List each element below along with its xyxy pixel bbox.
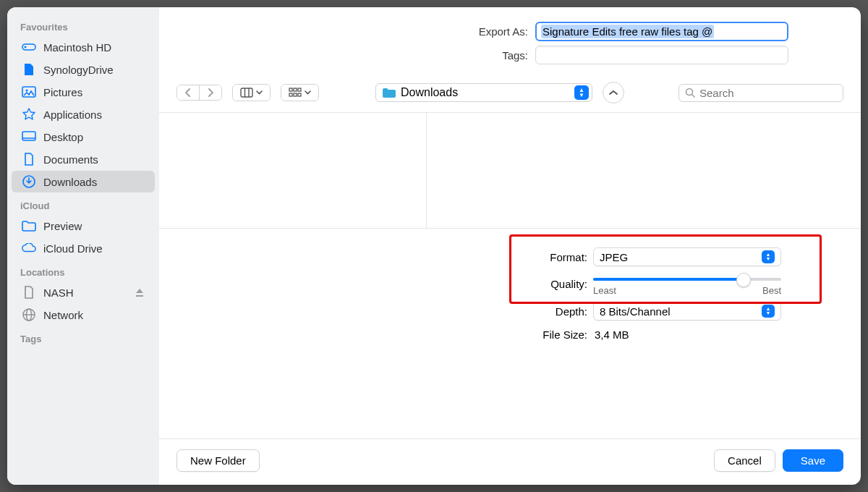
top-form: Export As: Signature Edits free raw file… bbox=[159, 7, 861, 76]
save-button[interactable]: Save bbox=[783, 449, 843, 472]
sidebar-item-preview[interactable]: Preview bbox=[12, 215, 155, 237]
search-input[interactable] bbox=[699, 87, 837, 99]
sidebar-item-label: Preview bbox=[43, 220, 82, 232]
folder-icon bbox=[382, 88, 396, 98]
stepper-icon: ▲▼ bbox=[574, 85, 589, 100]
network-icon bbox=[22, 308, 36, 321]
sidebar-item-downloads[interactable]: Downloads bbox=[12, 171, 155, 192]
search-field[interactable] bbox=[678, 84, 843, 102]
svg-rect-10 bbox=[241, 88, 252, 97]
disk-icon bbox=[22, 41, 36, 54]
pictures-icon bbox=[22, 85, 36, 98]
sidebar-item-documents[interactable]: Documents bbox=[12, 148, 155, 170]
columns-icon bbox=[240, 88, 253, 98]
format-select[interactable]: JPEG ▲▼ bbox=[593, 247, 781, 266]
slider-fill bbox=[593, 278, 740, 281]
svg-point-3 bbox=[25, 89, 27, 91]
sidebar-item-label: Macintosh HD bbox=[43, 41, 111, 54]
collapse-button[interactable] bbox=[603, 82, 624, 103]
sidebar-item-network[interactable]: Network bbox=[12, 304, 155, 326]
sidebar-item-label: Applications bbox=[43, 109, 102, 121]
desktop-icon bbox=[22, 130, 36, 143]
sidebar-item-label: SynologyDrive bbox=[43, 64, 114, 76]
depth-label: Depth: bbox=[159, 305, 593, 318]
export-dialog: Favourites Macintosh HD SynologyDrive Pi… bbox=[7, 7, 861, 485]
svg-rect-17 bbox=[294, 93, 297, 96]
sidebar-item-desktop[interactable]: Desktop bbox=[12, 126, 155, 148]
svg-line-20 bbox=[692, 95, 694, 97]
quality-best-label: Best bbox=[762, 285, 781, 296]
toolbar: Downloads ▲▼ bbox=[159, 76, 861, 113]
view-mode-button[interactable] bbox=[232, 84, 271, 101]
cloud-icon bbox=[22, 242, 36, 255]
depth-value: 8 Bits/Channel bbox=[600, 305, 671, 318]
cancel-button[interactable]: Cancel bbox=[714, 449, 775, 472]
svg-point-19 bbox=[686, 89, 693, 96]
quality-least-label: Least bbox=[593, 285, 616, 296]
file-browser[interactable] bbox=[159, 113, 861, 229]
downloads-icon bbox=[22, 175, 36, 188]
svg-rect-14 bbox=[294, 88, 297, 91]
sidebar-item-label: Downloads bbox=[43, 176, 97, 188]
documents-icon bbox=[22, 153, 36, 166]
sidebar-item-macintosh-hd[interactable]: Macintosh HD bbox=[12, 36, 155, 58]
file-column-1[interactable] bbox=[159, 113, 427, 228]
export-options: Format: JPEG ▲▼ Quality: Least Best Dept… bbox=[159, 229, 861, 438]
slider-track bbox=[593, 278, 781, 281]
sidebar-item-label: iCloud Drive bbox=[43, 242, 103, 255]
sidebar-head-favourites: Favourites bbox=[7, 17, 159, 35]
sidebar-item-icloud-drive[interactable]: iCloud Drive bbox=[12, 237, 155, 259]
sidebar-item-nash[interactable]: NASH bbox=[12, 281, 155, 303]
group-by-button[interactable] bbox=[281, 84, 319, 101]
filesize-value: 3,4 MB bbox=[593, 326, 781, 343]
back-button[interactable] bbox=[177, 85, 199, 100]
eject-icon[interactable] bbox=[135, 287, 145, 297]
location-name: Downloads bbox=[401, 86, 574, 99]
sidebar-item-label: Desktop bbox=[43, 131, 83, 143]
sidebar-head-tags: Tags bbox=[7, 329, 159, 347]
stepper-icon: ▲▼ bbox=[762, 250, 775, 263]
sidebar-item-pictures[interactable]: Pictures bbox=[12, 81, 155, 103]
footer: New Folder Cancel Save bbox=[159, 438, 861, 485]
filesize-label: File Size: bbox=[159, 328, 593, 341]
tags-input[interactable] bbox=[535, 46, 788, 64]
export-as-label: Export As: bbox=[159, 25, 535, 38]
chevron-down-icon bbox=[305, 90, 311, 95]
location-popup[interactable]: Downloads ▲▼ bbox=[375, 83, 592, 102]
tags-label: Tags: bbox=[159, 49, 535, 62]
sidebar-head-locations: Locations bbox=[7, 263, 159, 281]
search-icon bbox=[685, 88, 695, 98]
grid-icon bbox=[289, 88, 302, 98]
nav-buttons bbox=[176, 85, 222, 101]
quality-label: Quality: bbox=[159, 278, 593, 290]
svg-rect-4 bbox=[22, 132, 35, 140]
chevron-down-icon bbox=[256, 90, 263, 95]
sidebar-item-label: Documents bbox=[43, 153, 98, 166]
svg-rect-15 bbox=[298, 88, 301, 91]
depth-select[interactable]: 8 Bits/Channel ▲▼ bbox=[593, 302, 781, 321]
sidebar-item-synologydrive[interactable]: SynologyDrive bbox=[12, 59, 155, 80]
sidebar: Favourites Macintosh HD SynologyDrive Pi… bbox=[7, 7, 159, 485]
svg-rect-13 bbox=[289, 88, 292, 91]
svg-rect-18 bbox=[298, 93, 301, 96]
main-panel: Export As: Signature Edits free raw file… bbox=[159, 7, 861, 485]
svg-rect-1 bbox=[25, 46, 27, 48]
volume-icon bbox=[22, 286, 36, 299]
applications-icon bbox=[22, 108, 36, 121]
sidebar-item-label: Network bbox=[43, 309, 83, 321]
sidebar-item-label: NASH bbox=[43, 287, 74, 299]
quality-slider[interactable]: Least Best bbox=[593, 272, 781, 296]
sidebar-item-applications[interactable]: Applications bbox=[12, 103, 155, 125]
slider-knob[interactable] bbox=[736, 273, 751, 287]
sidebar-head-icloud: iCloud bbox=[7, 196, 159, 214]
export-as-value: Signature Edits free raw files tag @ bbox=[541, 25, 714, 38]
stepper-icon: ▲▼ bbox=[762, 305, 775, 318]
export-as-input[interactable]: Signature Edits free raw files tag @ bbox=[535, 22, 788, 41]
new-folder-button[interactable]: New Folder bbox=[176, 449, 260, 472]
svg-rect-16 bbox=[289, 93, 292, 96]
format-label: Format: bbox=[159, 251, 593, 263]
file-column-2[interactable] bbox=[427, 113, 861, 228]
forward-button[interactable] bbox=[199, 85, 221, 100]
sidebar-item-label: Pictures bbox=[43, 86, 82, 98]
folder-icon bbox=[22, 219, 36, 232]
